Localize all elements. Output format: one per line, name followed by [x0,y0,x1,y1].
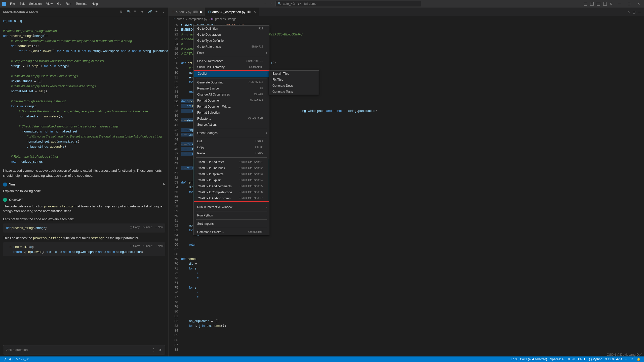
insert-action[interactable]: ▷ Insert [143,244,152,248]
close-button[interactable]: ✕ [635,1,642,7]
minimize-button[interactable]: — [616,1,623,7]
ctx-go-type-definition[interactable]: Go to Type Definition [194,38,269,44]
ctx-command-palette[interactable]: Command Palette...Ctrl+Shift+P [194,229,269,235]
breadcrumb-symbol[interactable]: process_strings [215,17,236,21]
ctx-chatgpt-optimize[interactable]: ChatGPT: OptimizeCtrl+K Ctrl+Shift+3 [194,171,269,177]
ctx-chatgpt-explain[interactable]: ChatGPT: ExplainCtrl+K Ctrl+Shift+4 [194,177,269,183]
maximize-button[interactable]: ▢ [626,1,632,7]
menu-terminal[interactable]: Terminal [74,1,89,7]
info-icon: ⓘ [23,357,26,361]
tab-badge: 8 [247,11,251,13]
ctx-run-python[interactable]: Run Python› [194,212,269,218]
status-notifications[interactable]: 🔔 [635,357,642,361]
ctx-cut[interactable]: CutCtrl+X [194,138,269,144]
new-action[interactable]: + New [155,244,164,248]
ctx-chatgpt-add-tests[interactable]: ChatGPT: Add testsCtrl+K Ctrl+Shift+1 [194,159,269,165]
branch-icon[interactable]: ⑂ [134,10,138,14]
ctx-go-definition[interactable]: Go to DefinitionF12 [194,26,269,32]
ctx-generate-docstring[interactable]: Generate DocstringCtrl+Shift+2 [194,79,269,85]
ctx-copy[interactable]: CopyCtrl+C [194,144,269,150]
chat-input-box[interactable]: ⋮ ➤ [3,345,165,354]
ctx-chatgpt-add-comments[interactable]: ChatGPT: Add commentsCtrl+K Ctrl+Shift+5 [194,183,269,189]
tab-autokg[interactable]: ⬡ autoKG.py 9+ [169,8,205,16]
ctx-change-all-occurrences[interactable]: Change All OccurrencesCtrl+F2 [194,92,269,98]
send-icon[interactable]: ➤ [159,347,162,352]
network-icon[interactable]: ◈ [141,10,145,14]
status-remote[interactable]: ⇄ [2,357,8,361]
ctx-peek[interactable]: Peek› [194,50,269,56]
layout-primary-sidebar-icon[interactable] [584,2,587,6]
ctx-fix-this[interactable]: Fix This [269,77,319,83]
ctx-find-all-references[interactable]: Find All ReferencesShift+Alt+F12 [194,58,269,64]
editor-tabs: ⬡ autoKG.py 9+ ⬡ autoKG_completion.py 8 … [169,8,644,16]
ctx-open-changes[interactable]: Open Changes› [194,130,269,136]
conversation-window[interactable]: import string # Define the process_strin… [0,16,168,343]
search-placeholder: auto_KG - YK - full demo [283,2,316,6]
ctx-rename-symbol[interactable]: Rename SymbolF2 [194,85,269,92]
layout-panel-icon[interactable] [590,2,594,6]
status-language[interactable]: { } Python [587,357,604,361]
tab-autokg-completion[interactable]: ⬡ autoKG_completion.py 8 ✕ [205,8,259,16]
command-center[interactable]: 🔍 auto_KG - YK - full demo [275,1,421,7]
ctx-explain-this[interactable]: Explain This [269,71,319,77]
nav-forward[interactable]: → [268,2,273,6]
copy-icon[interactable]: ⧉ [120,10,124,14]
menu-go[interactable]: Go [55,1,63,7]
split-editor-icon[interactable]: ◫ [633,10,635,14]
edit-icon[interactable]: ✎ [163,182,165,187]
chat-input[interactable] [6,348,152,352]
ctx-show-call-hierarchy[interactable]: Show Call HierarchyShift+Alt+H [194,64,269,70]
ctx-generate-docs[interactable]: Generate Docs [269,83,319,89]
menu-run[interactable]: Run [64,1,73,7]
menu-selection[interactable]: Selection [27,1,44,7]
new-action[interactable]: + New [155,225,164,229]
status-feedback[interactable]: ☺ [629,357,635,361]
ctx-copilot[interactable]: Copilot› Explain This Fix This Generate … [194,70,269,77]
ctx-run-interactive[interactable]: Run in Interactive Window› [194,204,269,210]
menu-edit[interactable]: Edit [17,1,27,7]
ctx-chatgpt-adhoc-prompt[interactable]: ChatGPT: Ad-hoc promptCtrl+K Ctrl+Shift+… [194,195,269,201]
ctx-chatgpt-find-bugs[interactable]: ChatGPT: Find bugsCtrl+K Ctrl+Shift+2 [194,165,269,171]
ctx-chatgpt-complete-code[interactable]: ChatGPT: Complete codeCtrl+K Ctrl+Shift+… [194,189,269,195]
gpt-intro: The code defines a function process_stri… [3,204,165,214]
status-position[interactable]: Ln 36, Col 1 (484 selected) [509,357,548,361]
more-icon[interactable]: ⌄ [162,10,166,14]
status-prettier[interactable]: ✓ [624,357,629,361]
code-block-2: ▢ Copy ▷ Insert + New def normalize(s): … [3,242,165,256]
run-icon[interactable]: ▷ [628,10,630,14]
ctx-source-action[interactable]: Source Action... [194,122,269,128]
ctx-go-declaration[interactable]: Go to Declaration [194,32,269,38]
editor-panel: ⬡ autoKG.py 9+ ⬡ autoKG_completion.py 8 … [169,8,644,356]
ctx-sort-imports[interactable]: Sort Imports [194,221,269,227]
status-encoding[interactable]: UTF-8 [565,357,577,361]
breadcrumb-file[interactable]: autoKG_completion.py [177,17,207,21]
menu-help[interactable]: Help [90,1,100,7]
copy-action[interactable]: ▢ Copy [130,225,140,229]
input-options-icon[interactable]: ⋮ [152,347,156,352]
more-actions-icon[interactable]: ⋯ [638,10,641,14]
ctx-format-document[interactable]: Format DocumentShift+Alt+F [194,98,269,104]
status-problems[interactable]: ⊗0 ⚠19 ⓘ0 [8,357,31,361]
status-eol[interactable]: CRLF [577,357,587,361]
sparkle-icon[interactable]: ✦ [155,10,159,14]
settings-gear-icon[interactable]: ⚙ [610,2,613,6]
search-icon[interactable]: 🔍 [127,10,131,14]
link-icon[interactable]: 🔗 [148,10,152,14]
ctx-format-selection[interactable]: Format Selection [194,110,269,116]
ctx-generate-tests[interactable]: Generate Tests [269,89,319,95]
status-spaces[interactable]: Spaces: 4 [549,357,565,361]
close-tab-icon[interactable]: ✕ [253,10,256,14]
menu-file[interactable]: File [8,1,17,7]
ctx-refactor[interactable]: Refactor...Ctrl+Shift+R [194,116,269,122]
ctx-paste[interactable]: PasteCtrl+V [194,150,269,156]
layout-secondary-sidebar-icon[interactable] [597,2,600,6]
status-interpreter[interactable]: 3.12.0 64-bit [604,357,624,361]
nav-back[interactable]: ← [262,2,267,6]
ctx-go-references[interactable]: Go to ReferencesShift+F12 [194,44,269,50]
copy-action[interactable]: ▢ Copy [130,244,140,248]
insert-action[interactable]: ▷ Insert [143,225,152,229]
menu-view[interactable]: View [44,1,55,7]
ctx-format-document-with[interactable]: Format Document With... [194,104,269,110]
customize-layout-icon[interactable] [603,2,607,6]
code-editor[interactable]: 2021222324252627282930313233343536373839… [169,22,644,356]
